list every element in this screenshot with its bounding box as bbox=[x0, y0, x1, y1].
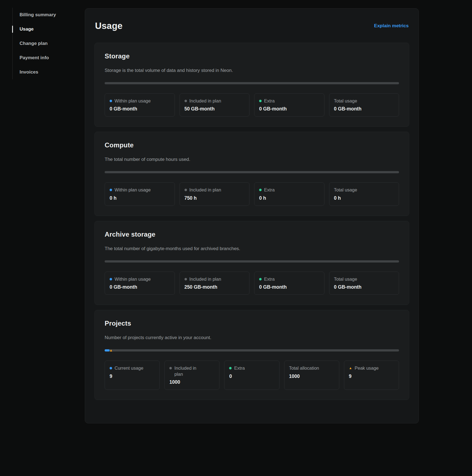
stat-label: Extra bbox=[264, 187, 275, 193]
stats-row: Within plan usage 0 h Included in plan 7… bbox=[105, 182, 399, 205]
stat-label: Included in plan bbox=[174, 365, 200, 377]
stat-label-row: Extra bbox=[259, 276, 319, 282]
gray-dot-icon bbox=[185, 278, 187, 280]
stat-label: Within plan usage bbox=[115, 276, 151, 282]
usage-panel: Usage Explain metrics Storage Storage is… bbox=[85, 8, 419, 423]
stat-value: 0 h bbox=[259, 195, 319, 201]
stat-box: Included in plan 50 GB-month bbox=[180, 93, 250, 117]
stat-label: Included in plan bbox=[189, 187, 221, 193]
stat-box: Included in plan 1000 bbox=[164, 361, 219, 390]
explain-metrics-link[interactable]: Explain metrics bbox=[374, 23, 409, 29]
stat-label-row: Total usage bbox=[334, 98, 394, 104]
stat-value: 0 GB-month bbox=[110, 284, 170, 290]
green-dot-icon bbox=[259, 189, 262, 191]
stat-box: Within plan usage 0 h bbox=[105, 182, 175, 205]
stat-label: Within plan usage bbox=[115, 187, 151, 193]
card-title: Storage bbox=[105, 52, 399, 60]
usage-card-compute: Compute The total number of compute hour… bbox=[94, 132, 409, 216]
stat-label-row: Within plan usage bbox=[110, 276, 170, 282]
blue-dot-icon bbox=[110, 278, 112, 280]
stat-value: 0 h bbox=[334, 195, 394, 201]
stat-label-row: Within plan usage bbox=[110, 187, 170, 193]
stat-label-row: Extra bbox=[259, 98, 319, 104]
stat-value: 0 GB-month bbox=[110, 106, 170, 112]
usage-cards: Storage Storage is the total volume of d… bbox=[94, 43, 409, 400]
stat-label: Peak usage bbox=[355, 365, 379, 371]
stat-value: 0 h bbox=[110, 195, 170, 201]
stat-label: Current usage bbox=[115, 365, 143, 371]
stat-label: Included in plan bbox=[189, 276, 221, 282]
stat-label: Total allocation bbox=[289, 365, 319, 371]
stat-label-row: Current usage bbox=[110, 365, 155, 371]
stat-value: 0 GB-month bbox=[259, 284, 319, 290]
green-dot-icon bbox=[229, 367, 232, 369]
stat-label-row: Included in plan bbox=[185, 276, 245, 282]
page-title: Usage bbox=[95, 21, 123, 31]
stat-box: Extra 0 h bbox=[254, 182, 324, 205]
stat-value: 9 bbox=[110, 374, 155, 379]
green-dot-icon bbox=[259, 278, 262, 280]
stat-value: 1000 bbox=[169, 379, 215, 385]
peak-usage-triangle-icon: ▲ bbox=[349, 366, 352, 370]
stat-label: Total usage bbox=[334, 276, 357, 282]
peak-usage-marker-icon: ▲ bbox=[109, 349, 113, 352]
card-title: Archive storage bbox=[105, 231, 399, 238]
usage-progress-bar bbox=[105, 171, 399, 173]
stat-label: Extra bbox=[264, 98, 275, 104]
panel-header: Usage Explain metrics bbox=[95, 21, 409, 31]
stat-value: 0 GB-month bbox=[334, 284, 394, 290]
green-dot-icon bbox=[259, 100, 262, 102]
sidebar-nav-list: Billing summaryUsageChange planPayment i… bbox=[12, 8, 78, 79]
card-description: Storage is the total volume of data and … bbox=[105, 68, 399, 73]
stat-value: 1000 bbox=[289, 374, 334, 379]
stat-label: Extra bbox=[264, 276, 275, 282]
gray-dot-icon bbox=[185, 100, 187, 102]
card-title: Compute bbox=[105, 141, 399, 149]
stat-box: Within plan usage 0 GB-month bbox=[105, 93, 175, 117]
blue-dot-icon bbox=[110, 100, 112, 102]
stat-label: Included in plan bbox=[189, 98, 221, 104]
sidebar-item-usage[interactable]: Usage bbox=[13, 26, 78, 33]
usage-progress-bar bbox=[105, 82, 399, 84]
card-title: Projects bbox=[105, 320, 399, 327]
stats-row: Within plan usage 0 GB-month Included in… bbox=[105, 93, 399, 117]
stat-label: Total usage bbox=[334, 98, 357, 104]
usage-progress-bar bbox=[105, 260, 399, 263]
sidebar-item-change-plan[interactable]: Change plan bbox=[13, 40, 78, 47]
sidebar-item-billing-summary[interactable]: Billing summary bbox=[13, 11, 78, 18]
card-description: Number of projects currently active in y… bbox=[105, 335, 399, 340]
stat-value: 0 bbox=[229, 374, 274, 379]
usage-progress-bar: ▲ bbox=[105, 349, 399, 351]
stat-label: Within plan usage bbox=[115, 98, 151, 104]
blue-dot-icon bbox=[110, 367, 112, 369]
stat-label-row: Included in plan bbox=[169, 365, 215, 377]
stat-value: 0 GB-month bbox=[334, 106, 394, 112]
stat-label-row: Total usage bbox=[334, 276, 394, 282]
stats-row: Within plan usage 0 GB-month Included in… bbox=[105, 272, 399, 295]
stat-label-row: Total usage bbox=[334, 187, 394, 193]
stat-label-row: Extra bbox=[229, 365, 274, 371]
billing-sidebar: Billing summaryUsageChange planPayment i… bbox=[12, 8, 78, 79]
stat-box: Total usage 0 GB-month bbox=[329, 272, 399, 295]
stat-label-row: Extra bbox=[259, 187, 319, 193]
stat-label: Extra bbox=[234, 365, 245, 371]
stat-box: Total usage 0 GB-month bbox=[329, 93, 399, 117]
stat-box: Extra 0 GB-month bbox=[254, 93, 324, 117]
sidebar-item-invoices[interactable]: Invoices bbox=[13, 69, 78, 76]
stat-box: Total usage 0 h bbox=[329, 182, 399, 205]
usage-card-projects: Projects Number of projects currently ac… bbox=[94, 310, 409, 400]
sidebar-item-payment-info[interactable]: Payment info bbox=[13, 54, 78, 61]
stats-row: Current usage 9 Included in plan 1000 Ex… bbox=[105, 361, 399, 390]
stat-value: 50 GB-month bbox=[185, 106, 245, 112]
stat-box: Included in plan 250 GB-month bbox=[180, 272, 250, 295]
stat-box: Included in plan 750 h bbox=[180, 182, 250, 205]
stat-label-row: Included in plan bbox=[185, 187, 245, 193]
usage-card-archive-storage: Archive storage The total number of giga… bbox=[94, 221, 409, 305]
card-description: The total number of gigabyte-months used… bbox=[105, 246, 399, 251]
stat-box: Extra 0 bbox=[224, 361, 279, 390]
stat-value: 0 GB-month bbox=[259, 106, 319, 112]
stat-value: 750 h bbox=[185, 195, 245, 201]
stat-label-row: Included in plan bbox=[185, 98, 245, 104]
stat-box: Within plan usage 0 GB-month bbox=[105, 272, 175, 295]
card-description: The total number of compute hours used. bbox=[105, 157, 399, 162]
